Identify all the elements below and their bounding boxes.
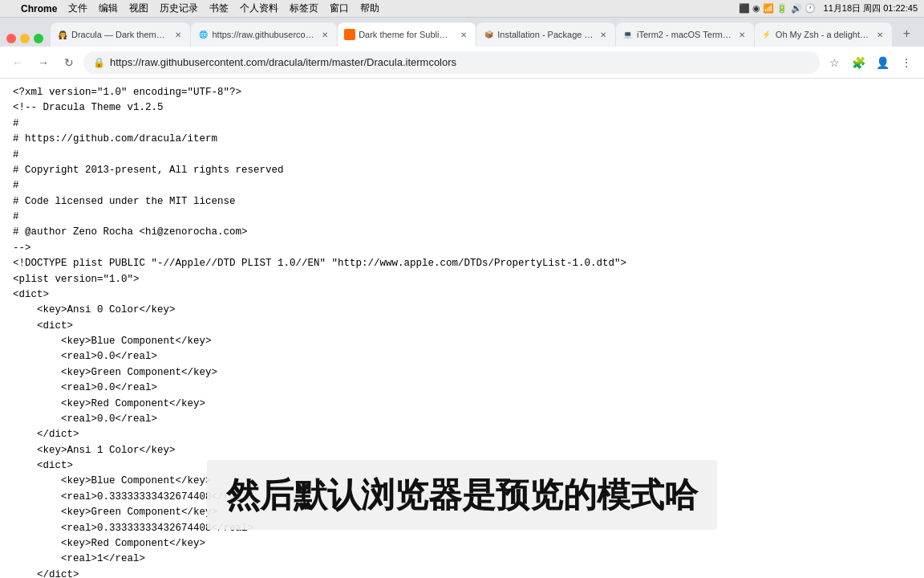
tab1-close[interactable]: ✕ (172, 29, 184, 40)
address-bar[interactable]: 🔒 https://raw.githubusercontent.com/drac… (83, 51, 820, 74)
tab5-close[interactable]: ✕ (736, 29, 748, 40)
profile-menu[interactable]: 个人资料 (240, 2, 278, 15)
chrome-menu[interactable]: Chrome (21, 3, 57, 14)
window-menu[interactable]: 窗口 (330, 2, 349, 15)
code-line: <plist version="1.0"> (13, 272, 911, 287)
code-line: <dict> (13, 319, 911, 334)
forward-button[interactable]: → (32, 51, 55, 74)
code-line: <real>1</real> (13, 552, 911, 567)
code-line: <real>0.0</real> (13, 412, 911, 427)
tab4-favicon: 📦 (483, 29, 494, 40)
history-menu[interactable]: 历史记录 (160, 2, 198, 15)
code-line: --> (13, 241, 911, 256)
tab-ohmyzsh[interactable]: ⚡ Oh My Zsh - a delightfu... ✕ (755, 22, 892, 47)
url-text: https://raw.githubusercontent.com/dracul… (110, 56, 810, 68)
code-line: <key>Red Component</key> (13, 536, 911, 552)
refresh-button[interactable]: ↻ (58, 51, 80, 74)
bookmark-button[interactable]: ☆ (823, 51, 845, 74)
code-line: <!-- Dracula Theme v1.2.5 (13, 100, 911, 116)
tab-iterm2[interactable]: 💻 iTerm2 - macOS Termin... ✕ (616, 22, 754, 47)
tab1-favicon: 🧛 (57, 29, 68, 40)
close-window-btn[interactable] (6, 34, 16, 43)
code-line: # (13, 178, 911, 193)
tab-dark-theme-sublime[interactable]: Dark theme for Sublime... ✕ (338, 22, 476, 47)
tab3-close[interactable]: ✕ (458, 29, 469, 40)
tab6-close[interactable]: ✕ (874, 29, 886, 40)
tab5-favicon: 💻 (622, 29, 634, 40)
tab6-favicon: ⚡ (761, 29, 772, 40)
file-menu[interactable]: 文件 (68, 2, 87, 15)
code-line: </dict> (13, 568, 911, 578)
tab2-favicon: 🌐 (197, 29, 209, 40)
lock-icon: 🔒 (93, 57, 105, 68)
extension-button[interactable]: 🧩 (847, 51, 869, 74)
code-line: # https://github.com/dracula/iterm (13, 132, 911, 147)
tab3-title: Dark theme for Sublime... (359, 30, 455, 39)
bookmarks-menu[interactable]: 书签 (209, 2, 229, 15)
code-line: # Code licensed under the MIT license (13, 194, 911, 210)
tab2-title: https://raw.githubusercont... (212, 30, 316, 39)
tab2-close[interactable]: ✕ (319, 29, 330, 40)
edit-menu[interactable]: 编辑 (99, 2, 118, 15)
code-line: <real>0.0</real> (13, 381, 911, 396)
tab-installation[interactable]: 📦 Installation - Package C... ✕ (476, 22, 615, 47)
tab-dracula[interactable]: 🧛 Dracula — Dark theme f... ✕ (51, 22, 190, 47)
tab4-title: Installation - Package C... (497, 30, 594, 39)
code-line: <key>Blue Component</key> (13, 334, 911, 349)
back-button[interactable]: ← (6, 51, 29, 74)
maximize-window-btn[interactable] (34, 34, 43, 43)
view-menu[interactable]: 视图 (129, 2, 148, 15)
tab6-title: Oh My Zsh - a delightfu... (776, 30, 871, 39)
overlay-text: 然后默认浏览器是预览的模式哈 (207, 460, 717, 530)
code-line: <key>Green Component</key> (13, 365, 911, 381)
menu-button[interactable]: ⋮ (895, 51, 918, 74)
page-content: <?xml version="1.0" encoding="UTF-8"?><!… (0, 79, 924, 578)
code-line: <key>Ansi 1 Color</key> (13, 443, 911, 458)
help-menu[interactable]: 帮助 (360, 2, 379, 15)
code-line: <!DOCTYPE plist PUBLIC "-//Apple//DTD PL… (13, 256, 911, 271)
code-line: # (13, 148, 911, 163)
datetime: 11月18日 周四 01:22:45 (824, 2, 918, 14)
code-line: <dict> (13, 287, 911, 303)
tab-raw-github[interactable]: 🌐 https://raw.githubusercont... ✕ (191, 22, 337, 47)
code-line: <real>0.0</real> (13, 349, 911, 364)
nav-bar: ← → ↻ 🔒 https://raw.githubusercontent.co… (0, 47, 924, 79)
system-icons: ⬛ ◉ 📶 🔋 🔊 🕐 (739, 3, 815, 14)
tab1-title: Dracula — Dark theme f... (71, 30, 169, 39)
code-line: <key>Ansi 0 Color</key> (13, 303, 911, 318)
profile-button[interactable]: 👤 (871, 51, 894, 74)
code-line: # Copyright 2013-present, All rights res… (13, 163, 911, 178)
code-line: # (13, 210, 911, 225)
mac-menubar: Chrome 文件 编辑 视图 历史记录 书签 个人资料 标签页 窗口 帮助 ⬛… (0, 0, 924, 18)
code-line: <key>Red Component</key> (13, 397, 911, 412)
tab3-favicon (344, 29, 355, 40)
tab4-close[interactable]: ✕ (598, 29, 609, 40)
code-line: # @author Zeno Rocha <hi@zenorocha.com> (13, 225, 911, 240)
new-tab-button[interactable]: + (896, 22, 918, 45)
minimize-window-btn[interactable] (20, 34, 30, 43)
code-line: <?xml version="1.0" encoding="UTF-8"?> (13, 85, 911, 100)
code-line: # (13, 116, 911, 132)
chrome-window: 🧛 Dracula — Dark theme f... ✕ 🌐 https://… (0, 18, 924, 578)
tab5-title: iTerm2 - macOS Termin... (637, 30, 733, 39)
code-line: </dict> (13, 427, 911, 442)
tabs-menu[interactable]: 标签页 (290, 2, 318, 15)
tab-bar: 🧛 Dracula — Dark theme f... ✕ 🌐 https://… (0, 18, 924, 47)
